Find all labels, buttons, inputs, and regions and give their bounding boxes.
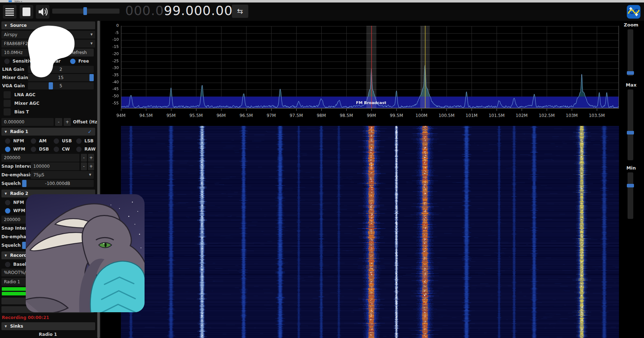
collapse-icon: ▼ (5, 22, 7, 30)
radio1-bandwidth-input[interactable]: 200000 (1, 154, 79, 162)
freq-axis-label: 99.5M (386, 113, 406, 118)
zoom-slider-handle[interactable] (627, 71, 634, 75)
white-censor-blob (25, 24, 77, 81)
volume-mute-button[interactable] (36, 5, 49, 19)
max-slider[interactable] (628, 89, 633, 160)
mode-label: WFM (13, 147, 25, 152)
min-slider-handle[interactable] (627, 184, 634, 187)
source-type-value: Airspy (4, 32, 17, 37)
db-axis-label: -5 (103, 30, 119, 35)
freq-axis-tick (146, 109, 146, 111)
max-slider-handle[interactable] (627, 131, 634, 134)
freq-axis-label: 102M (512, 113, 532, 118)
radio1-mode-wfm[interactable]: WFM (5, 146, 25, 153)
checkbox-icon (4, 91, 11, 98)
frequency-display[interactable]: 000.099.000.000 (125, 4, 241, 18)
mode-label: LSB (84, 138, 93, 143)
volume-slider-handle[interactable] (83, 7, 87, 15)
bandwidth-value: 200000 (4, 217, 20, 222)
frequency-main-digits: 99.000.000 (164, 3, 241, 18)
radio1-enabled-check-icon[interactable]: ✓ (88, 128, 92, 136)
stop-button[interactable] (20, 5, 33, 19)
radio1-bw-minus-button[interactable]: - (81, 154, 87, 162)
zoom-slider[interactable] (628, 29, 633, 76)
freq-axis-label: 98.5M (336, 113, 356, 118)
freq-axis-tick (447, 109, 447, 111)
freq-axis-tick (171, 109, 171, 111)
freq-axis-label: 103M (562, 113, 582, 118)
radio1-mode-nfm[interactable]: NFM (5, 137, 24, 144)
dragon-eye-glint (103, 243, 104, 244)
db-axis-label: -25 (103, 59, 119, 63)
freq-axis-label: 97M (261, 113, 281, 118)
hamburger-icon (3, 5, 16, 19)
vfo-swap-button[interactable]: ⇆ (232, 5, 248, 18)
radio-icon (76, 138, 82, 144)
radio1-mode-am[interactable]: AM (31, 137, 47, 144)
radio1-squelch-slider[interactable]: -100.000dB (21, 180, 94, 187)
dropdown-icon: ▼ (91, 31, 93, 39)
radio1-mode-dsb[interactable]: DSB (31, 146, 49, 153)
checkbox-icon (4, 100, 11, 107)
freq-axis-tick (246, 109, 247, 111)
mode-label: DSB (39, 147, 49, 152)
plus-icon: + (65, 119, 69, 124)
vga-gain-handle[interactable] (49, 82, 53, 89)
radio1-snap-input[interactable]: 100000 (31, 162, 79, 170)
spectrum-canvas[interactable] (121, 26, 619, 109)
radio1-bw-plus-button[interactable]: + (88, 154, 94, 162)
offset-minus-button[interactable]: - (55, 118, 62, 126)
radio1-mode-cw[interactable]: CW (54, 146, 70, 153)
collapse-icon: ▼ (5, 323, 7, 330)
mode-label: CW (62, 147, 70, 152)
min-slider-label: Min (621, 165, 641, 171)
dropdown-icon: ▼ (91, 40, 93, 48)
radio1-deemphasis-dropdown[interactable]: 75µS▼ (31, 171, 94, 179)
freq-axis-tick (522, 109, 522, 111)
minus-icon: - (83, 155, 84, 160)
sinks-panel-header[interactable]: ▼Sinks (1, 322, 95, 330)
radio1-mode-usb[interactable]: USB (54, 137, 72, 144)
mixer-gain-handle[interactable] (89, 74, 94, 81)
freq-axis-label: 96.5M (236, 113, 256, 118)
source-header-label: Source (10, 23, 27, 28)
freq-axis-tick (271, 109, 272, 111)
radio2-mode-nfm[interactable]: NFM (5, 199, 24, 206)
minus-icon: - (83, 164, 84, 169)
radio1-panel-header[interactable]: ▼Radio 1✓ (1, 128, 95, 136)
sdrpp-window: SDR++ 000.099.000.000 ⇆ ▼Source Airspy▼ … (0, 0, 644, 338)
db-axis-label: -55 (103, 101, 119, 106)
freq-axis-label: 95M (161, 113, 181, 118)
radio1-squelch-label: Squelch (1, 180, 21, 187)
menu-button[interactable] (3, 5, 16, 19)
radio1-snap-minus-button[interactable]: - (81, 162, 87, 170)
radio1-mode-raw[interactable]: RAW (76, 146, 96, 153)
collapse-icon: ▼ (5, 128, 7, 136)
db-axis-label: -35 (103, 73, 119, 77)
radio1-snap-label: Snap Interval (1, 162, 34, 170)
mixer-gain-label: Mixer Gain (2, 74, 28, 82)
vga-gain-slider[interactable]: 5 (28, 82, 94, 89)
db-axis-label: -10 (103, 37, 119, 42)
mode-label: RAW (84, 147, 96, 152)
mode-label: USB (62, 138, 72, 143)
offset-plus-button[interactable]: + (64, 118, 71, 126)
bias-t-checkbox[interactable]: Bias T (4, 108, 29, 116)
radio2-mode-wfm[interactable]: WFM (5, 207, 25, 214)
freq-axis-tick (472, 109, 472, 111)
radio-icon-selected (5, 147, 10, 152)
waterfall-canvas[interactable] (121, 126, 619, 338)
radio1-snap-plus-button[interactable]: + (88, 162, 94, 170)
db-axis-label: 0 (103, 23, 119, 28)
min-slider[interactable] (628, 172, 633, 219)
dragon-pupil (104, 243, 107, 247)
lna-agc-checkbox[interactable]: LNA AGC (4, 91, 35, 99)
freq-axis-label: 100M (411, 113, 431, 118)
freq-axis-tick (572, 109, 572, 111)
max-slider-label: Max (621, 82, 641, 88)
mixer-agc-checkbox[interactable]: Mixer AGC (4, 99, 39, 107)
offset-input[interactable]: 0.000000 (1, 118, 54, 126)
radio1-mode-lsb[interactable]: LSB (76, 137, 93, 144)
freq-axis-label: 101M (462, 113, 482, 118)
squelch-handle[interactable] (22, 180, 26, 187)
